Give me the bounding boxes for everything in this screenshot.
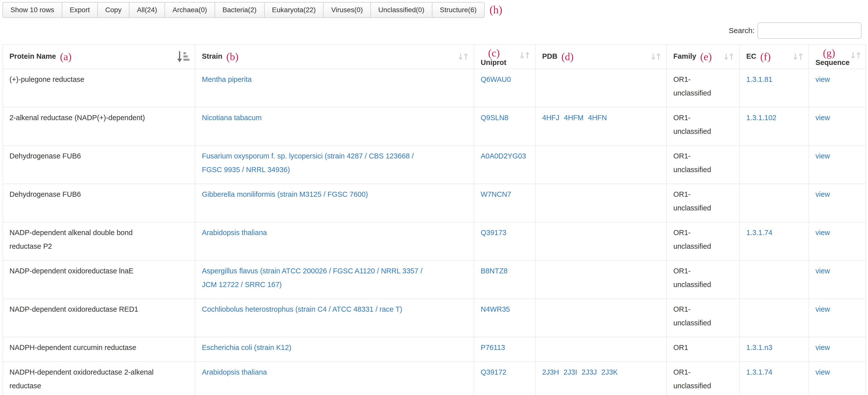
strain-cell: Escherichia coli (strain K12) xyxy=(195,337,474,362)
pdb-cell: 2J3H2J3I2J3J2J3K xyxy=(535,362,666,395)
family-cell: OR1-unclassified xyxy=(666,69,740,107)
all-button[interactable]: All(24) xyxy=(129,2,165,18)
column-header-protein-name[interactable]: Protein Name(a) xyxy=(3,44,195,69)
pdb-cell xyxy=(535,337,666,362)
strain-link[interactable]: Mentha piperita xyxy=(202,73,252,86)
uniprot-link[interactable]: Q6WAU0 xyxy=(481,75,511,83)
eukaryota-button[interactable]: Eukaryota(22) xyxy=(264,2,324,18)
ec-cell xyxy=(740,299,809,337)
table-row: Dehydrogenase FUB6Gibberella moniliformi… xyxy=(3,184,866,222)
uniprot-link[interactable]: Q39172 xyxy=(481,368,506,376)
strain-link[interactable]: Arabidopsis thaliana xyxy=(202,365,267,379)
strain-cell: Arabidopsis thaliana xyxy=(195,222,474,260)
ec-link[interactable]: 1.3.1.81 xyxy=(746,75,772,83)
uniprot-link[interactable]: P76113 xyxy=(481,343,505,352)
uniprot-link[interactable]: W7NCN7 xyxy=(481,190,511,198)
protein-name: NADP-dependent alkenal double bond reduc… xyxy=(9,226,159,253)
annotation-g: (g) xyxy=(823,47,849,59)
show-10-rows-button[interactable]: Show 10 rows xyxy=(2,2,62,18)
strain-link[interactable]: Arabidopsis thaliana xyxy=(202,226,267,239)
ec-cell: 1.3.1.74 xyxy=(740,222,809,260)
table-body: (+)-pulegone reductaseMentha piperitaQ6W… xyxy=(3,69,866,395)
protein-name: NADPH-dependent oxidoreductase 2-alkenal… xyxy=(9,365,159,393)
strain-link[interactable]: Cochliobolus heterostrophus (strain C4 /… xyxy=(202,302,402,316)
uniprot-link[interactable]: N4WR35 xyxy=(481,305,510,313)
pdb-cell xyxy=(535,69,666,107)
unclassified-button[interactable]: Unclassified(0) xyxy=(370,2,432,18)
protein-name: Dehydrogenase FUB6 xyxy=(9,149,81,163)
annotation-d: (d) xyxy=(561,51,574,62)
strain-cell: Cochliobolus heterostrophus (strain C4 /… xyxy=(195,299,474,337)
family-cell: OR1-unclassified xyxy=(666,362,740,395)
annotation-e: (e) xyxy=(700,51,712,62)
search-input[interactable] xyxy=(757,22,862,39)
pdb-link[interactable]: 2J3J xyxy=(582,368,597,376)
strain-link[interactable]: Gibberella moniliformis (strain M3125 / … xyxy=(202,188,368,201)
strain-link[interactable]: Aspergillus flavus (strain ATCC 200026 /… xyxy=(202,264,433,292)
sequence-cell: view xyxy=(809,299,866,337)
ec-link[interactable]: 1.3.1.74 xyxy=(746,229,772,236)
view-link[interactable]: view xyxy=(815,190,830,198)
uniprot-link[interactable]: B8NTZ8 xyxy=(481,267,507,275)
protein-name-cell: (+)-pulegone reductase xyxy=(3,69,195,107)
family-name: OR1-unclassified xyxy=(673,111,717,138)
pdb-link[interactable]: 2J3H xyxy=(542,368,559,376)
bacteria-button[interactable]: Bacteria(2) xyxy=(215,2,265,18)
view-link[interactable]: view xyxy=(815,305,830,313)
column-header-ec[interactable]: EC(f)↓↑ xyxy=(740,44,809,69)
ec-cell: 1.3.1.102 xyxy=(740,107,809,145)
family-cell: OR1-unclassified xyxy=(666,299,740,337)
uniprot-cell: P76113 xyxy=(474,337,535,362)
column-header-family[interactable]: Family(e)↓↑ xyxy=(666,44,740,69)
pdb-link[interactable]: 2J3I xyxy=(564,368,577,376)
sequence-cell: view xyxy=(809,260,866,299)
pdb-link[interactable]: 4HFM xyxy=(564,114,584,122)
view-link[interactable]: view xyxy=(815,267,830,275)
protein-name: 2-alkenal reductase (NADP(+)-dependent) xyxy=(9,111,145,125)
annotation-h: (h) xyxy=(490,4,502,15)
archaea-button[interactable]: Archaea(0) xyxy=(164,2,215,18)
protein-name-cell: NADPH-dependent oxidoreductase 2-alkenal… xyxy=(3,362,195,395)
ec-link[interactable]: 1.3.1.n3 xyxy=(746,343,772,352)
table-row: NADP-dependent oxidoreductase lnaEAsperg… xyxy=(3,260,866,299)
column-header-uniprot[interactable]: (c)Uniprot↓↑ xyxy=(474,44,535,69)
uniprot-cell: Q39172 xyxy=(474,362,535,395)
protein-name-cell: NADP-dependent oxidoreductase lnaE xyxy=(3,260,195,299)
strain-link[interactable]: Nicotiana tabacum xyxy=(202,111,261,125)
copy-button[interactable]: Copy xyxy=(97,2,129,18)
pdb-link[interactable]: 2J3K xyxy=(601,368,618,376)
structure-button[interactable]: Structure(6) xyxy=(432,2,485,18)
table-row: 2-alkenal reductase (NADP(+)-dependent)N… xyxy=(3,107,866,145)
strain-link[interactable]: Escherichia coli (strain K12) xyxy=(202,341,291,355)
ec-link[interactable]: 1.3.1.74 xyxy=(746,368,772,376)
pdb-link[interactable]: 4HFN xyxy=(588,114,607,122)
sequence-cell: view xyxy=(809,184,866,222)
pdb-cell xyxy=(535,260,666,299)
sort-amount-icon xyxy=(177,51,190,63)
table-row: NADP-dependent oxidoreductase RED1Cochli… xyxy=(3,299,866,337)
export-button[interactable]: Export xyxy=(62,2,98,18)
view-link[interactable]: view xyxy=(815,114,830,122)
family-name: OR1-unclassified xyxy=(673,226,717,253)
view-link[interactable]: view xyxy=(815,343,830,352)
ec-link[interactable]: 1.3.1.102 xyxy=(746,114,776,122)
family-cell: OR1-unclassified xyxy=(666,222,740,260)
uniprot-link[interactable]: Q9SLN8 xyxy=(481,114,508,122)
column-header-strain[interactable]: Strain(b)↓↑ xyxy=(195,44,474,69)
strain-link[interactable]: Fusarium oxysporum f. sp. lycopersici (s… xyxy=(202,149,433,176)
view-link[interactable]: view xyxy=(815,152,830,160)
column-header-pdb[interactable]: PDB(d)↓↑ xyxy=(535,44,666,69)
column-label: EC xyxy=(746,52,756,60)
column-header-sequence[interactable]: (g)Sequence↓↑ xyxy=(809,44,866,69)
uniprot-link[interactable]: Q39173 xyxy=(481,229,506,236)
sort-both-icon: ↓↑ xyxy=(519,51,531,60)
pdb-link[interactable]: 4HFJ xyxy=(542,114,559,122)
protein-name-cell: NADP-dependent oxidoreductase RED1 xyxy=(3,299,195,337)
uniprot-cell: Q39173 xyxy=(474,222,535,260)
viruses-button[interactable]: Viruses(0) xyxy=(323,2,371,18)
uniprot-cell: Q6WAU0 xyxy=(474,69,535,107)
view-link[interactable]: view xyxy=(815,368,830,376)
view-link[interactable]: view xyxy=(815,229,830,236)
view-link[interactable]: view xyxy=(815,75,830,83)
uniprot-link[interactable]: A0A0D2YG03 xyxy=(481,152,526,160)
